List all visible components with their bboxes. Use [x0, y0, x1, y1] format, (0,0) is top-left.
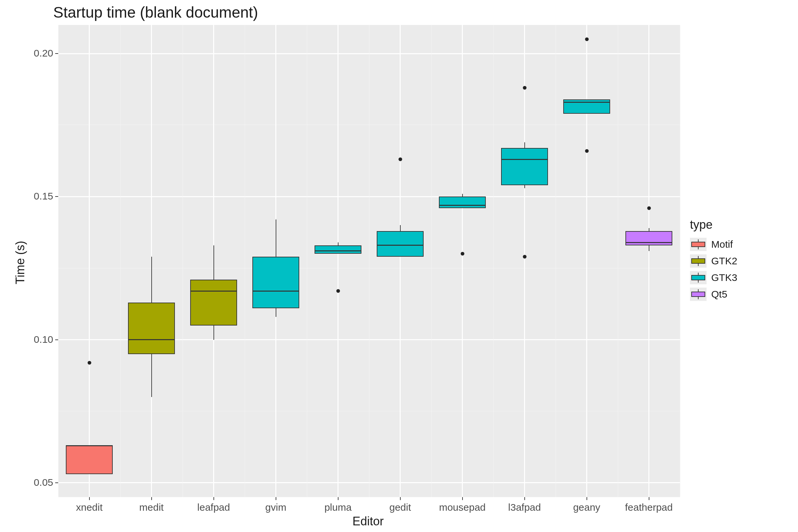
y-tick-label: 0.05 [18, 477, 53, 488]
x-tick-label: l3afpad [508, 502, 540, 513]
x-tick-label: pluma [324, 502, 352, 513]
x-tick-mark [276, 497, 276, 500]
x-tick-mark [213, 497, 214, 500]
legend-label: GTK2 [711, 255, 737, 267]
whisker-upper [649, 228, 649, 231]
v-gridline-minor [680, 25, 680, 497]
outlier-point [585, 149, 589, 153]
median-line [439, 205, 486, 206]
median-line [377, 245, 423, 246]
v-gridline-major [338, 25, 339, 497]
v-gridline-minor [245, 25, 245, 497]
v-gridline-major [400, 25, 401, 497]
x-tick-label: mousepad [439, 502, 486, 513]
x-tick-mark [524, 497, 525, 500]
v-gridline-minor [431, 25, 432, 497]
box-featherpad [625, 231, 672, 245]
v-gridline-major [89, 25, 90, 497]
legend-key-icon [690, 288, 706, 301]
x-tick-label: featherpad [625, 502, 673, 513]
chart-title: Startup time (blank document) [53, 3, 258, 21]
whisker-upper [524, 142, 525, 148]
x-tick-label: medit [139, 502, 164, 513]
y-tick-label: 0.20 [18, 48, 53, 59]
outlier-point [523, 86, 526, 90]
v-gridline-major [462, 25, 463, 497]
box-leafpad [190, 280, 237, 325]
v-gridline-major [648, 25, 649, 497]
v-gridline-minor [369, 25, 369, 497]
whisker-upper [400, 225, 401, 231]
legend-title: type [690, 218, 737, 232]
x-tick-mark [587, 497, 587, 500]
box-xnedit [66, 445, 112, 474]
v-gridline-minor [307, 25, 307, 497]
whisker-lower [276, 308, 276, 317]
outlier-point [88, 361, 91, 364]
legend-item-gtk3: GTK3 [690, 271, 737, 284]
box-l3afpad [501, 148, 548, 185]
median-line [66, 445, 112, 446]
chart-container: Startup time (blank document) 0.050.100.… [0, 0, 798, 532]
x-tick-label: gvim [265, 502, 286, 513]
whisker-upper [151, 257, 152, 303]
median-line [625, 242, 672, 243]
whisker-upper [338, 242, 339, 245]
box-medit [128, 303, 174, 354]
x-tick-label: xnedit [76, 502, 102, 513]
whisker-lower [649, 245, 649, 251]
x-tick-mark [89, 497, 90, 500]
legend-swatch-icon [691, 275, 705, 280]
y-tick-label: 0.15 [18, 191, 53, 202]
x-tick-label: gedit [390, 502, 411, 513]
legend: type MotifGTK2GTK3Qt5 [690, 218, 737, 304]
legend-swatch-icon [691, 291, 705, 297]
x-tick-mark [462, 497, 463, 500]
whisker-lower [213, 325, 214, 340]
x-tick-label: geany [573, 502, 601, 513]
box-mousepad [439, 196, 486, 208]
legend-key-icon [690, 271, 706, 284]
legend-item-gtk2: GTK2 [690, 254, 737, 268]
median-line [563, 102, 610, 103]
median-line [501, 159, 548, 160]
x-tick-mark [400, 497, 401, 500]
v-gridline-minor [120, 25, 121, 497]
y-axis-title: Time (s) [13, 241, 27, 284]
whisker-lower [151, 354, 152, 397]
v-gridline-major [524, 25, 525, 497]
legend-label: Motif [711, 239, 733, 250]
whisker-upper [462, 194, 463, 197]
median-line [190, 291, 237, 291]
box-pluma [315, 245, 361, 254]
outlier-point [398, 158, 402, 161]
legend-swatch-icon [691, 242, 705, 247]
box-gedit [377, 231, 423, 257]
outlier-point [460, 252, 464, 256]
outlier-point [647, 206, 651, 210]
legend-swatch-icon [691, 258, 705, 264]
outlier-point [585, 38, 589, 41]
x-tick-label: leafpad [197, 502, 230, 513]
legend-label: Qt5 [711, 289, 727, 300]
whisker-upper [213, 245, 214, 280]
box-gvim [252, 257, 299, 308]
legend-key-icon [690, 254, 706, 268]
median-line [252, 291, 299, 291]
whisker-lower [524, 185, 525, 188]
y-tick-label: 0.10 [18, 334, 53, 345]
whisker-upper [276, 220, 276, 257]
v-gridline-minor [618, 25, 618, 497]
v-gridline-minor [183, 25, 183, 497]
x-axis-title: Editor [353, 514, 384, 528]
legend-label: GTK3 [711, 272, 737, 283]
outlier-point [523, 255, 526, 259]
x-tick-mark [151, 497, 152, 500]
outlier-point [336, 289, 340, 293]
x-tick-mark [338, 497, 339, 500]
x-tick-mark [649, 497, 649, 500]
median-line [315, 250, 361, 251]
legend-item-qt5: Qt5 [690, 288, 737, 301]
legend-item-motif: Motif [690, 238, 737, 251]
legend-items: MotifGTK2GTK3Qt5 [690, 238, 737, 301]
